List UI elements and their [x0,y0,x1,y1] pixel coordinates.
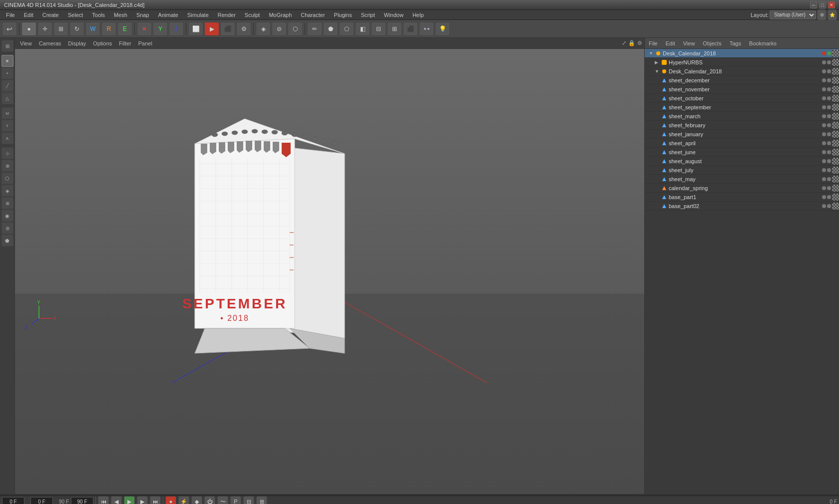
tool-object-mode[interactable]: ■ [1,55,13,67]
move-button[interactable]: ✛ [37,22,52,36]
knife-button[interactable]: ⬟ [323,22,338,36]
render-to-po-button[interactable]: ▶ [204,22,219,36]
obj-row-sheet-june[interactable]: sheet_june [645,148,839,157]
menu-character[interactable]: Character [297,11,329,19]
viewport-3d[interactable]: Perspective [15,49,644,494]
tool-face-mode[interactable]: △ [1,92,13,104]
menu-window[interactable]: Window [380,11,408,19]
obj-row-hypernurbs[interactable]: ▶ HyperNURBS [645,58,839,67]
layout-dropdown[interactable]: Startup (User) [770,10,816,19]
menu-mesh[interactable]: Mesh [110,11,131,19]
tool-view-mode[interactable]: ⊞ [1,40,13,52]
shear-button[interactable]: ⬡ [288,22,303,36]
viewport-icon-expand[interactable]: ⤢ [622,40,626,46]
markers-button[interactable]: ⊟ [243,496,254,504]
obj-row-desk-calendar-root[interactable]: ▼ Desk_Calendar_2018 [645,49,839,58]
undo-button[interactable]: ↩ [2,22,17,36]
param-button[interactable]: ⊞ [256,496,267,504]
minimize-button[interactable]: ─ [810,1,817,8]
om-menu-view[interactable]: View [681,39,697,47]
menu-tools[interactable]: Tools [88,11,109,19]
render-region-button[interactable]: ⬜ [188,22,203,36]
menu-select[interactable]: Select [64,11,87,19]
viewport-menu-panel[interactable]: Panel [135,39,155,47]
obj-row-sheet-november[interactable]: sheet_november [645,85,839,94]
world-axis-button[interactable]: E [117,22,132,36]
live-selection-button[interactable]: ● [21,22,36,36]
motion-button[interactable]: 〜 [217,496,228,504]
obj-row-calendar-spring[interactable]: calendar_spring [645,184,839,193]
om-menu-edit[interactable]: Edit [664,39,677,47]
grid-button[interactable]: ⊞ [387,22,402,36]
obj-row-sheet-may[interactable]: sheet_may [645,175,839,184]
viewport-menu-options[interactable]: Options [90,39,115,47]
next-frame-button[interactable]: ▶ [137,496,148,504]
tool-model[interactable]: M [1,107,13,119]
key-sel-button[interactable]: ◆ [191,496,202,504]
object-axis-button[interactable]: W [85,22,100,36]
menu-create[interactable]: Create [38,11,63,19]
obj-row-sheet-october[interactable]: sheet_october [645,94,839,103]
object-button[interactable]: R [101,22,116,36]
tool-animate[interactable]: A [1,132,13,144]
tool-brush[interactable]: ⬡ [1,172,13,184]
go-end-button[interactable]: ⏭ [150,496,161,504]
viewport-icon-lock[interactable]: 🔒 [628,40,635,46]
layout-icon1[interactable]: ⚙ [817,9,827,20]
obj-row-desk-calendar-child[interactable]: ▼ Desk_Calendar_2018 [645,67,839,76]
tool-axis[interactable]: ⊕ [1,160,13,172]
tool-snap[interactable]: ⊹ [1,147,13,159]
glasses-button[interactable]: 👓 [419,22,434,36]
start-frame-input[interactable] [30,497,53,504]
menu-file[interactable]: File [2,11,19,19]
auto-key-button[interactable]: ⚡ [178,496,189,504]
tool-texture[interactable]: T [1,120,13,132]
close-button[interactable]: ✕ [828,1,835,8]
menu-render[interactable]: Render [214,11,240,19]
timeline-ruler[interactable]: 051015202530354045505560657075808590 [0,495,839,496]
x-axis-button[interactable]: ✕ [137,22,152,36]
om-menu-objects[interactable]: Objects [701,39,723,47]
obj-row-sheet-september[interactable]: sheet_september [645,103,839,112]
bevel-button[interactable]: ⬠ [339,22,354,36]
dot-gray2[interactable] [827,60,831,64]
obj-row-sheet-december[interactable]: sheet_december [645,76,839,85]
tool-edge-mode[interactable]: ╱ [1,80,13,92]
tool-sculpt2[interactable]: ⊗ [1,197,13,209]
viewport-menu-display[interactable]: Display [65,39,89,47]
extrude-button[interactable]: ◧ [355,22,370,36]
dot-green[interactable] [827,51,831,55]
obj-row-sheet-july[interactable]: sheet_july [645,166,839,175]
tool-misc2[interactable]: ⊚ [1,222,13,234]
dot-red[interactable] [822,51,826,55]
light-button[interactable]: 💡 [435,22,450,36]
dot-gray1[interactable] [822,60,826,64]
menu-help[interactable]: Help [409,11,428,19]
select-all-button[interactable]: ⊟ [371,22,386,36]
om-menu-bookmarks[interactable]: Bookmarks [747,39,779,47]
menu-mograph[interactable]: MoGraph [265,11,296,19]
obj-row-sheet-august[interactable]: sheet_august [645,157,839,166]
prev-frame-button[interactable]: ◀ [111,496,122,504]
viewport-icon-settings[interactable]: ⚙ [637,40,642,46]
tool-misc3[interactable]: ⬟ [1,235,13,247]
om-menu-file[interactable]: File [647,39,660,47]
render-button[interactable]: ⬛ [220,22,235,36]
layout2-button[interactable]: ⬛ [403,22,418,36]
render-settings-button[interactable]: ⚙ [236,22,251,36]
layout-icon2[interactable]: ⭐ [828,9,837,20]
tool-point-mode[interactable]: • [1,67,13,79]
dot-gray3[interactable] [822,69,826,73]
om-menu-tags[interactable]: Tags [728,39,743,47]
play-button[interactable]: ▶ [124,496,135,504]
menu-animate[interactable]: Animate [154,11,182,19]
obj-row-sheet-february[interactable]: sheet_february [645,121,839,130]
tool-misc1[interactable]: ◉ [1,210,13,222]
morph-button[interactable]: ◈ [256,22,271,36]
record-button[interactable]: ● [165,496,176,504]
obj-row-sheet-april[interactable]: sheet_april [645,139,839,148]
viewport-menu-view[interactable]: View [17,39,35,47]
viewport-menu-cameras[interactable]: Cameras [36,39,64,47]
tool-paint[interactable]: ◈ [1,185,13,197]
current-frame-input[interactable] [2,497,24,504]
